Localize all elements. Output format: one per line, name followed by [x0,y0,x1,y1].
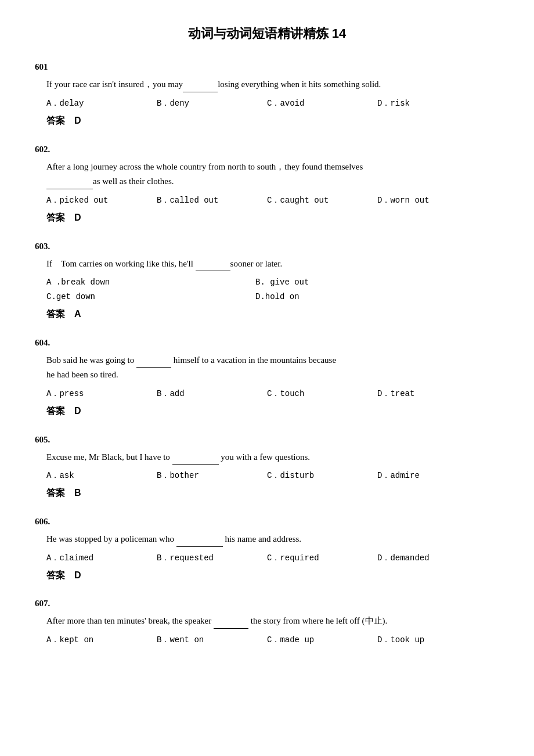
answer-601: 答案 D [46,113,499,128]
question-text-606: He was stopped by a policeman who his na… [46,532,499,547]
option-607-b: B．went on [157,633,267,646]
answer-606: 答案 D [46,568,499,583]
option-601-d: D．risk [377,97,488,110]
option-604-b: B．add [157,387,267,400]
option-602-d: D．worn out [377,194,488,207]
question-text-603: If Tom carries on working like this, he'… [46,257,499,272]
option-601-a: A．delay [46,97,157,110]
question-number-601: 601 [35,60,499,74]
question-number-605: 605. [35,433,499,447]
option-603-c: C.get down [46,290,255,303]
question-605: 605. Excuse me, Mr Black, but I have to … [35,433,499,501]
question-text-604: Bob said he was going to himself to a va… [46,353,499,383]
question-text-601: If your race car isn't insured，you maylo… [46,77,499,92]
option-602-a: A．picked out [46,194,157,207]
question-text-602: After a long journey across the whole co… [46,160,499,189]
option-605-a: A．ask [46,469,157,482]
option-606-a: A．claimed [46,552,157,564]
options-605: A．ask B．bother C．disturb D．admire [46,469,499,482]
question-602: 602. After a long journey across the who… [35,142,499,225]
question-text-605: Excuse me, Mr Black, but I have to you w… [46,450,499,465]
option-603-a: A .break down [46,276,255,289]
answer-602: 答案 D [46,210,499,225]
question-603: 603. If Tom carries on working like this… [35,239,499,322]
options-604: A．press B．add C．touch D．treat [46,387,499,400]
answer-603: 答案 A [46,307,499,322]
question-606: 606. He was stopped by a policeman who h… [35,514,499,582]
option-601-c: C．avoid [267,97,377,110]
option-603-b: B. give out [255,276,464,289]
questions-container: 601 If your race car isn't insured，you m… [35,60,499,646]
option-606-c: C．required [267,552,377,564]
question-number-602: 602. [35,142,499,156]
option-605-b: B．bother [157,469,267,482]
answer-605: 答案 B [46,485,499,501]
option-606-d: D．demanded [377,552,488,564]
option-601-b: B．deny [157,97,267,110]
options-602: A．picked out B．called out C．caught out D… [46,194,499,207]
question-number-606: 606. [35,514,499,528]
option-604-d: D．treat [377,387,488,400]
option-605-c: C．disturb [267,469,377,482]
option-607-c: C．made up [267,633,377,646]
question-604: 604. Bob said he was going to himself to… [35,336,499,419]
page-title: 动词与动词短语精讲精炼 14 [35,23,499,44]
options-601: A．delay B．deny C．avoid D．risk [46,97,499,110]
option-606-b: B．requested [157,552,267,564]
option-607-d: D．took up [377,633,488,646]
options-603: A .break down B. give out C.get down D.h… [46,276,499,303]
options-607: A．kept on B．went on C．made up D．took up [46,633,499,646]
options-606: A．claimed B．requested C．required D．deman… [46,552,499,564]
option-605-d: D．admire [377,469,488,482]
option-602-b: B．called out [157,194,267,207]
option-603-d: D.hold on [255,290,464,303]
question-number-603: 603. [35,239,499,253]
option-604-c: C．touch [267,387,377,400]
question-601: 601 If your race car isn't insured，you m… [35,60,499,128]
question-607: 607. After more than ten minutes' break,… [35,596,499,646]
question-text-607: After more than ten minutes' break, the … [46,614,499,629]
option-604-a: A．press [46,387,157,400]
question-number-604: 604. [35,336,499,350]
question-number-607: 607. [35,596,499,610]
answer-604: 答案 D [46,404,499,419]
option-602-c: C．caught out [267,194,377,207]
option-607-a: A．kept on [46,633,157,646]
